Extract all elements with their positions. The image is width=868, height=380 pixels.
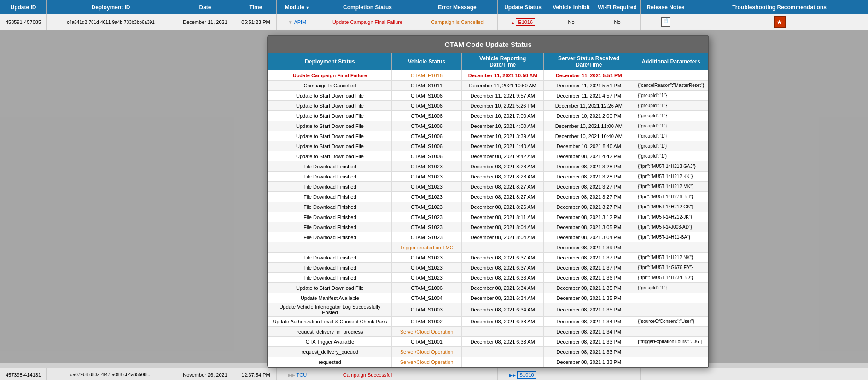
bottom-deployment-id: da079b8-d83a-4f47-a068-cb4a6550f8... (47, 368, 175, 380)
modal-table-row: File Download Finished OTAM_S1023 Decemb… (268, 253, 708, 263)
bottom-troubleshooting (691, 368, 868, 380)
module-cell[interactable]: ▼ APIM (277, 14, 318, 30)
bottom-status-link[interactable]: S1010 (517, 371, 536, 379)
modal-vehicle-status: OTAM_S1023 (391, 161, 461, 172)
modal-vehicle-status: OTAM_S1023 (391, 222, 461, 232)
error-message-cell: Campaign Is Cancelled (417, 14, 498, 30)
bottom-table: 457398-414131 da079b8-d83a-4f47-a068-cb4… (0, 368, 868, 380)
modal-col-vehicle-status: Vehicle Status (391, 53, 461, 70)
modal-params: {"cancelReason":"MasterReset"} (634, 81, 708, 91)
modal-server-date: December 08, 2021 4:42 PM (544, 151, 634, 161)
col-wifi[interactable]: Wi-Fi Required (594, 0, 641, 14)
modal-deployment-status: Campaign Is Cancelled (268, 81, 392, 91)
modal-deployment-status: Update to Start Download File (268, 283, 392, 293)
bottom-module-link[interactable]: TCU (297, 372, 307, 378)
modal-table-row: File Download Finished OTAM_S1023 Decemb… (268, 273, 708, 283)
modal-deployment-status: File Download Finished (268, 273, 392, 283)
modal-params: {"fpn":"MU5T-14H276-BH"} (634, 192, 708, 202)
modal-vehicle-status: OTAM_S1006 (391, 101, 461, 111)
modal-params: {"groupId":"1"} (634, 141, 708, 151)
modal-vehicle-date (462, 347, 544, 357)
modal-deployment-status: request_delivery_queued (268, 347, 392, 357)
modal-deployment-status: File Download Finished (268, 222, 392, 232)
modal-params: {"fpn":"MU5T-14H234-BD"} (634, 273, 708, 283)
modal-server-date: December 08, 2021 1:39 PM (544, 242, 634, 253)
update-status-link[interactable]: E1016 (516, 18, 535, 26)
col-error-message[interactable]: Error Message (417, 0, 498, 14)
modal-deployment-status: File Download Finished (268, 263, 392, 273)
modal-params: {"groupId":"1"} (634, 101, 708, 111)
modal-vehicle-status: OTAM_S1023 (391, 202, 461, 212)
vehicle-inhibit-cell: No (548, 14, 594, 30)
dropdown-icon: ▼ (288, 20, 294, 25)
modal-table-row: Update Authorization Level & Consent Che… (268, 317, 708, 327)
bottom-update-status[interactable]: ▶▶ S1010 (498, 368, 548, 380)
modal-params (634, 327, 708, 337)
doc-icon[interactable]: 📄 (661, 17, 670, 27)
modal-deployment-status: Update Campaign Final Failure (268, 70, 392, 81)
modal-vehicle-date (462, 357, 544, 367)
modal-vehicle-status: Server/Cloud Operation (391, 347, 461, 357)
modal-server-date: December 08, 2021 1:34 PM (544, 327, 634, 337)
modal-server-date: December 11, 2021 12:26 AM (544, 101, 634, 111)
modal-table-row: request_delivery_in_progress Server/Clou… (268, 327, 708, 337)
modal-params: {"fpn":"MU5T-14H212-KK"} (634, 172, 708, 182)
modal-vehicle-date (462, 327, 544, 337)
release-notes-cell[interactable]: 📄 (641, 14, 691, 30)
modal-deployment-status: Update Vehicle Interrogator Log Successf… (268, 303, 392, 317)
modal-server-date: December 08, 2021 1:34 PM (544, 317, 634, 327)
col-update-status[interactable]: Update Status (498, 0, 548, 14)
modal-vehicle-status: OTAM_S1006 (391, 91, 461, 101)
modal-overlay: OTAM Code Update Status Deployment Statu… (0, 30, 868, 363)
col-vehicle-inhibit[interactable]: Vehicle Inhibit (548, 0, 594, 14)
modal-deployment-status (268, 242, 392, 253)
col-update-id[interactable]: Update ID (0, 0, 47, 14)
modal-deployment-status: File Download Finished (268, 182, 392, 192)
modal-vehicle-date: December 08, 2021 8:27 AM (462, 182, 544, 192)
modal-params: {"groupId":"1"} (634, 283, 708, 293)
modal-table-row: Update to Start Download File OTAM_S1006… (268, 101, 708, 111)
modal-table-row: File Download Finished OTAM_S1023 Decemb… (268, 182, 708, 192)
modal-server-date: December 08, 2021 1:35 PM (544, 293, 634, 303)
modal-vehicle-date: December 10, 2021 4:00 AM (462, 121, 544, 131)
modal-vehicle-status: OTAM_S1023 (391, 253, 461, 263)
col-module[interactable]: Module (277, 0, 318, 14)
bottom-release-notes (641, 368, 691, 380)
modal-vehicle-date: December 08, 2021 6:37 AM (462, 253, 544, 263)
module-link[interactable]: APIM (294, 19, 306, 25)
deployment-id-cell: c4a641d2-781d-4611-9a4b-733b3bb6a391 (47, 14, 175, 30)
col-release-notes[interactable]: Release Notes (641, 0, 691, 14)
modal-server-date: December 11, 2021 5:51 PM (544, 81, 634, 91)
update-status-cell[interactable]: ▲ E1016 (498, 14, 548, 30)
col-deployment-id[interactable]: Deployment ID (47, 0, 175, 14)
modal-server-date: December 08, 2021 1:35 PM (544, 283, 634, 293)
col-time[interactable]: Time (235, 0, 277, 14)
bottom-date: November 26, 2021 (175, 368, 235, 380)
col-date[interactable]: Date (175, 0, 235, 14)
modal-vehicle-status: OTAM_S1006 (391, 131, 461, 141)
modal-table-row: File Download Finished OTAM_S1023 Decemb… (268, 161, 708, 172)
modal-table-row: Trigger created on TMC December 08, 2021… (268, 242, 708, 253)
modal-params: {"groupId":"1"} (634, 111, 708, 121)
bottom-module[interactable]: ▶▶ TCU (277, 368, 318, 380)
modal-server-date: December 08, 2021 3:28 PM (544, 161, 634, 172)
modal-vehicle-status: OTAM_S1006 (391, 141, 461, 151)
modal-vehicle-date: December 08, 2021 6:34 AM (462, 293, 544, 303)
modal-params: {"groupId":"1"} (634, 91, 708, 101)
modal-deployment-status: File Download Finished (268, 172, 392, 182)
modal-vehicle-status: Trigger created on TMC (391, 242, 461, 253)
modal-server-date: December 10, 2021 11:00 AM (544, 121, 634, 131)
bottom-table-row: 457398-414131 da079b8-d83a-4f47-a068-cb4… (0, 368, 868, 380)
col-completion-status[interactable]: Completion Status (318, 0, 417, 14)
modal-vehicle-date: December 10, 2021 3:39 AM (462, 131, 544, 141)
col-troubleshooting[interactable]: Troubleshooting Recommendations (691, 0, 868, 14)
star-icon[interactable]: ★ (774, 16, 786, 28)
modal-deployment-status: Update to Start Download File (268, 131, 392, 141)
modal-vehicle-status: OTAM_S1006 (391, 121, 461, 131)
date-cell: December 11, 2021 (175, 14, 235, 30)
modal-params: {"groupId":"1"} (634, 151, 708, 161)
troubleshooting-cell[interactable]: ★ (691, 14, 868, 30)
modal-params (634, 357, 708, 367)
modal-vehicle-date: December 08, 2021 9:42 AM (462, 151, 544, 161)
bottom-vehicle-inhibit (548, 368, 594, 380)
